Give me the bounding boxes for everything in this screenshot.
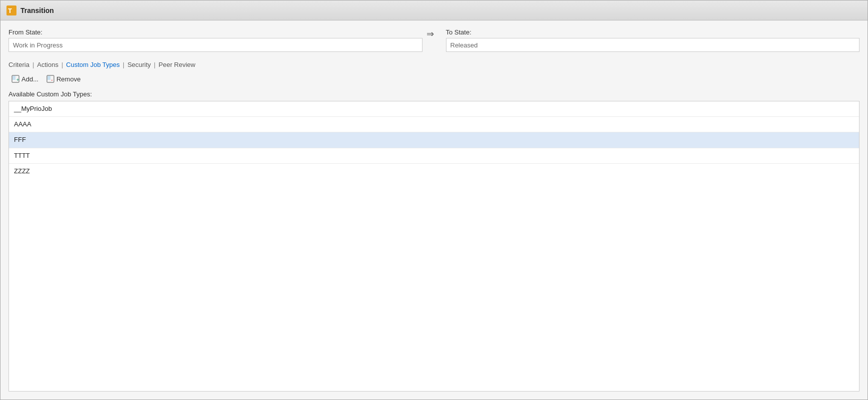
tab-custom-job-types[interactable]: Custom Job Types <box>66 60 119 69</box>
transition-icon: T <box>6 5 16 15</box>
window-title: Transition <box>20 6 54 14</box>
list-container: __MyPrioJob AAAA FFF TTTT ZZZZ <box>8 101 860 392</box>
svg-rect-3 <box>12 76 15 80</box>
list-label: Available Custom Job Types: <box>8 90 860 98</box>
list-item[interactable]: AAAA <box>9 117 859 132</box>
svg-rect-6 <box>47 76 50 80</box>
remove-label: Remove <box>56 75 80 83</box>
tab-sep-2: | <box>61 61 63 68</box>
to-state-section: To State: <box>446 28 860 52</box>
tab-sep-4: | <box>154 61 155 68</box>
title-bar: T Transition <box>0 0 868 20</box>
add-label: Add... <box>21 75 38 83</box>
to-state-input[interactable] <box>446 38 860 52</box>
from-state-input[interactable] <box>8 38 423 52</box>
remove-button[interactable]: - Remove <box>43 73 83 84</box>
add-icon: + <box>11 75 19 83</box>
from-state-label: From State: <box>8 28 423 36</box>
tab-peer-review[interactable]: Peer Review <box>159 60 196 69</box>
from-state-section: From State: <box>8 28 423 52</box>
content-area: From State: ⇒ To State: Criteria | Actio… <box>0 20 868 400</box>
tabs-row: Criteria | Actions | Custom Job Types | … <box>8 60 860 69</box>
add-button[interactable]: + Add... <box>8 73 41 84</box>
tab-criteria[interactable]: Criteria <box>8 60 29 69</box>
tab-actions[interactable]: Actions <box>37 60 58 69</box>
list-item[interactable]: ZZZZ <box>9 164 859 179</box>
state-row: From State: ⇒ To State: <box>8 28 860 52</box>
remove-icon: - <box>46 75 54 83</box>
window: T Transition From State: ⇒ To State: Cri… <box>0 0 868 400</box>
tab-security[interactable]: Security <box>127 60 151 69</box>
list-section: Available Custom Job Types: __MyPrioJob … <box>8 90 860 392</box>
arrow-icon: ⇒ <box>427 28 434 39</box>
to-state-label: To State: <box>446 28 860 36</box>
toolbar-row: + Add... - Remove <box>8 73 860 84</box>
list-item[interactable]: FFF <box>9 132 859 148</box>
tab-sep-3: | <box>123 61 124 68</box>
svg-text:T: T <box>8 7 12 14</box>
list-item[interactable]: __MyPrioJob <box>9 101 859 117</box>
arrow-area: ⇒ <box>423 28 438 42</box>
svg-text:-: - <box>51 77 52 82</box>
tab-sep-1: | <box>32 61 34 68</box>
svg-text:+: + <box>16 77 19 82</box>
list-item[interactable]: TTTT <box>9 148 859 164</box>
